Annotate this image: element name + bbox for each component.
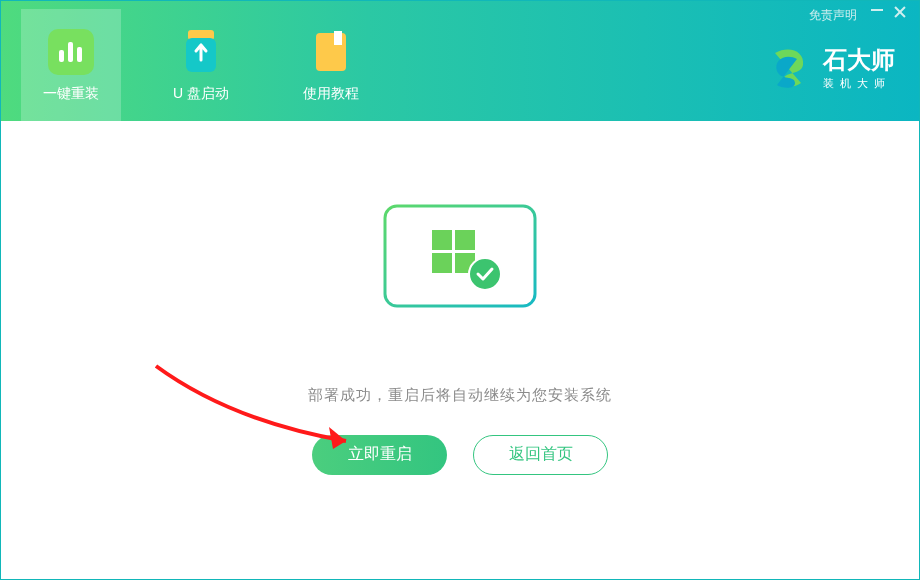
svg-rect-0 [59,50,64,62]
success-message: 部署成功，重启后将自动继续为您安装系统 [308,386,612,405]
brand-logo-icon [765,45,813,93]
svg-rect-11 [455,230,475,250]
book-icon [308,29,354,75]
svg-rect-1 [68,42,73,62]
brand-text: 石大师 装机大师 [823,47,895,90]
restart-button[interactable]: 立即重启 [312,435,447,475]
nav-usb-boot[interactable]: U 盘启动 [151,9,251,121]
window-minimize-icon[interactable] [871,9,883,11]
bars-icon [48,29,94,75]
main-content: 部署成功，重启后将自动继续为您安装系统 立即重启 返回首页 [1,121,919,579]
nav-reinstall[interactable]: 一键重装 [21,9,121,121]
nav-label: 一键重装 [43,85,99,103]
main-nav: 一键重装 U 盘启动 使用教程 [1,9,411,121]
monitor-icon [370,196,550,346]
brand-subtitle: 装机大师 [823,76,895,91]
return-home-button[interactable]: 返回首页 [473,435,608,475]
svg-rect-12 [432,253,452,273]
action-buttons: 立即重启 返回首页 [312,435,608,475]
svg-rect-2 [77,47,82,62]
nav-label: 使用教程 [303,85,359,103]
usb-icon [178,29,224,75]
nav-tutorial[interactable]: 使用教程 [281,9,381,121]
disclaimer-link[interactable]: 免责声明 [809,7,857,24]
success-illustration [370,196,550,346]
window-close-icon[interactable] [893,5,907,19]
svg-rect-10 [432,230,452,250]
brand: 石大师 装机大师 [765,45,895,93]
brand-title: 石大师 [823,47,895,73]
app-header: 免责声明 一键重装 U 盘启动 [1,1,919,121]
nav-label: U 盘启动 [173,85,229,103]
